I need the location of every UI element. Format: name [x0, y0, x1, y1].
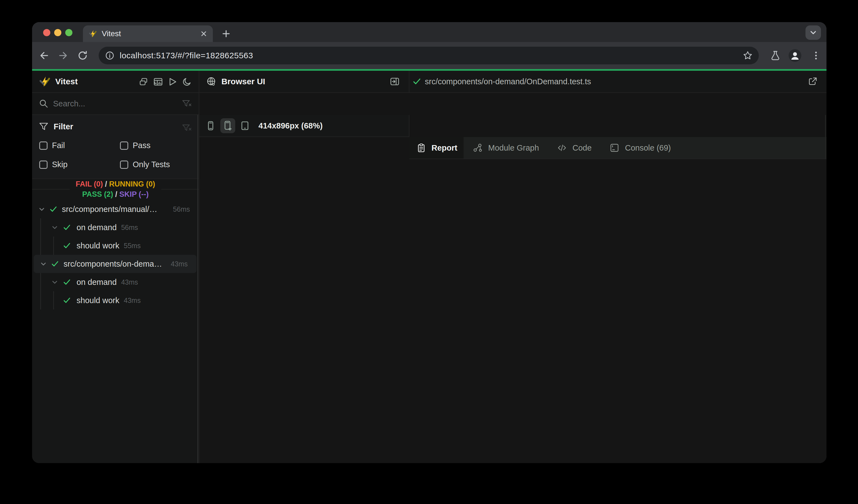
chevron-down-icon[interactable] — [37, 205, 46, 213]
app-content-row: Filter Fail Pass — [32, 115, 826, 463]
filter-only-tests-checkbox[interactable]: Only Tests — [120, 160, 170, 169]
skip-checkbox-label: Skip — [52, 160, 67, 169]
menu-kebab-icon[interactable] — [810, 50, 822, 61]
dashboard-icon[interactable] — [153, 77, 163, 87]
dark-mode-moon-icon[interactable] — [182, 77, 192, 87]
fail-checkbox-label: Fail — [52, 141, 65, 150]
pass-checkbox-label: Pass — [133, 141, 150, 150]
reload-button[interactable] — [77, 50, 88, 61]
browser-toolbar: localhost:5173/#/?file=1828625563 — [32, 42, 826, 69]
url-bar[interactable]: localhost:5173/#/?file=1828625563 — [99, 47, 759, 64]
globe-icon — [206, 76, 217, 87]
browser-tab-vitest[interactable]: Vitest — [83, 26, 213, 42]
browser-panel-title: Browser UI — [221, 77, 265, 86]
site-info-icon[interactable] — [105, 51, 115, 61]
pass-check-icon — [49, 205, 58, 213]
experiments-flask-icon[interactable] — [770, 50, 781, 61]
browser-tabstrip: Vitest — [32, 22, 826, 42]
filter-pass-checkbox[interactable]: Pass — [120, 141, 150, 150]
search-icon — [39, 99, 49, 109]
app-toolbar-row: 414x896px (68%) Report Module Graph — [32, 93, 826, 115]
clear-filter-icon[interactable] — [181, 98, 192, 109]
chevron-down-icon[interactable] — [51, 223, 59, 231]
browser-panel-header: Browser UI — [199, 71, 409, 93]
close-window-button[interactable] — [43, 29, 50, 36]
tree-row-test[interactable]: should work 43ms — [32, 291, 199, 309]
tree-row-file-manual[interactable]: src/components/manual/… 56ms — [32, 200, 199, 218]
report-panel-header: src/components/on-demand/OnDemand.test.t… — [409, 71, 826, 93]
sidebar-search-row — [32, 93, 199, 115]
filter-skip-checkbox[interactable]: Skip — [39, 160, 67, 169]
tab-title: Vitest — [102, 29, 200, 38]
filter-clear-icon[interactable] — [181, 123, 192, 133]
filter-title: Filter — [54, 122, 73, 131]
sidebar-scrollbar[interactable] — [197, 115, 198, 463]
filter-section: Filter Fail Pass — [32, 115, 199, 179]
tab-close-icon[interactable] — [200, 30, 207, 37]
pass-check-icon — [63, 278, 71, 286]
collapse-windows-icon[interactable] — [139, 77, 149, 87]
url-text[interactable]: localhost:5173/#/?file=1828625563 — [120, 51, 253, 60]
filter-fail-checkbox[interactable]: Fail — [39, 141, 65, 150]
tree-row-suite[interactable]: on demand 56ms — [32, 218, 199, 237]
test-summary: FAIL (0) / RUNNING (0) PASS (2) / SKIP (… — [32, 179, 199, 199]
tree-row-suite[interactable]: on demand 43ms — [32, 273, 199, 291]
test-tree: src/components/manual/… 56ms on demand 5… — [32, 200, 199, 309]
profile-avatar[interactable] — [788, 49, 801, 62]
new-tab-button[interactable] — [220, 27, 233, 40]
pass-check-icon — [63, 296, 71, 305]
filter-funnel-icon — [39, 121, 49, 131]
tree-row-file-on-demand[interactable]: src/components/on-dema… 43ms — [34, 255, 196, 273]
chevron-down-icon[interactable] — [39, 260, 48, 268]
bookmark-star-icon[interactable] — [743, 51, 753, 61]
app-header-row: Vitest — [32, 71, 826, 93]
only-tests-checkbox-label: Only Tests — [133, 160, 170, 169]
minimize-window-button[interactable] — [54, 29, 61, 36]
skip-checkbox-box[interactable] — [39, 161, 48, 169]
app-title: Vitest — [55, 77, 78, 86]
sidebar-header: Vitest — [32, 71, 199, 93]
summary-line-1: FAIL (0) / RUNNING (0) — [76, 179, 155, 189]
browser-window: Vitest — [32, 22, 826, 463]
sidebar-content: Filter Fail Pass — [32, 115, 199, 463]
vitest-favicon — [89, 30, 97, 38]
open-external-icon[interactable] — [807, 76, 818, 87]
chevron-down-icon[interactable] — [51, 278, 59, 286]
pass-checkbox-box[interactable] — [120, 142, 128, 150]
panel-right-icon[interactable] — [390, 76, 400, 87]
pass-check-icon — [63, 242, 71, 250]
only-tests-checkbox-box[interactable] — [120, 161, 128, 169]
forward-button[interactable] — [58, 50, 68, 61]
back-button[interactable] — [39, 50, 50, 61]
run-all-play-icon[interactable] — [168, 77, 177, 87]
tree-row-test[interactable]: should work 55ms — [32, 237, 199, 255]
fail-checkbox-box[interactable] — [39, 142, 48, 150]
desktop: Vitest — [0, 0, 858, 504]
search-input[interactable] — [53, 99, 175, 108]
pass-check-icon — [412, 77, 422, 86]
pass-check-icon — [63, 223, 71, 231]
fullscreen-window-button[interactable] — [65, 29, 73, 36]
pass-check-icon — [51, 260, 59, 268]
summary-line-2: PASS (2) / SKIP (--) — [76, 189, 155, 199]
test-file-path: src/components/on-demand/OnDemand.test.t… — [425, 77, 591, 86]
vitest-ui: Vitest — [32, 71, 826, 463]
tab-search-button[interactable] — [806, 26, 821, 40]
vitest-logo — [39, 76, 50, 87]
